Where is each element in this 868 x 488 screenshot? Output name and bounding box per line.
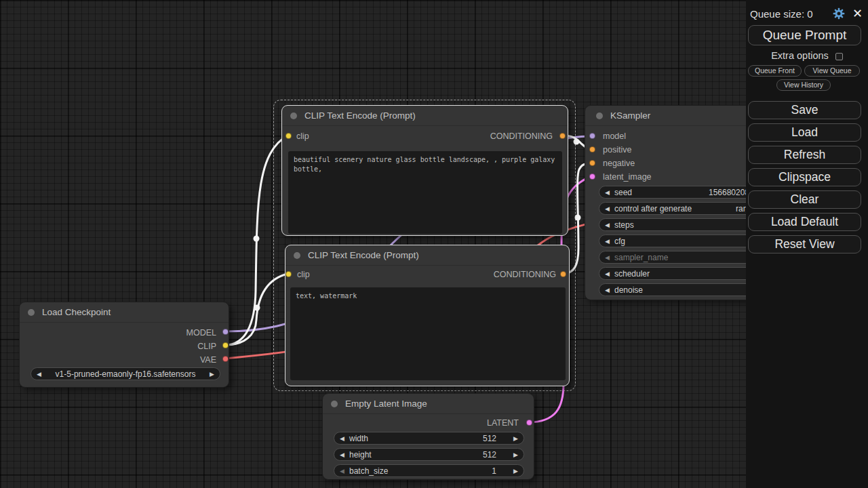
- view-history-button[interactable]: View History: [776, 79, 831, 91]
- widget-label: steps: [614, 220, 634, 230]
- increment-arrow-icon[interactable]: ▶: [513, 433, 518, 444]
- decrement-arrow-icon[interactable]: ◀: [37, 369, 41, 380]
- clipspace-button[interactable]: Clipspace: [748, 168, 861, 186]
- output-label-clip: CLIP: [197, 342, 216, 351]
- widget-label: sampler_name: [614, 253, 668, 262]
- node-load-checkpoint-header[interactable]: Load Checkpoint: [20, 302, 229, 323]
- refresh-button[interactable]: Refresh: [748, 146, 861, 164]
- widget-label: scheduler: [614, 269, 650, 279]
- port-clip-output[interactable]: [222, 342, 229, 348]
- collapse-dot-icon[interactable]: [294, 252, 300, 259]
- node-header[interactable]: CLIP Text Encode (Prompt): [282, 106, 568, 126]
- decrement-arrow-icon[interactable]: ◀: [605, 285, 610, 296]
- port-conditioning-output[interactable]: [559, 133, 566, 139]
- node-title: CLIP Text Encode (Prompt): [308, 250, 419, 260]
- node-header[interactable]: Empty Latent Image: [323, 394, 534, 414]
- decrement-arrow-icon[interactable]: ◀: [605, 236, 610, 247]
- collapse-dot-icon[interactable]: [596, 113, 603, 119]
- port-model-input[interactable]: [589, 133, 595, 139]
- increment-arrow-icon[interactable]: ▶: [513, 466, 518, 476]
- decrement-arrow-icon[interactable]: ◀: [340, 466, 344, 476]
- output-label-conditioning: CONDITIONING: [490, 131, 553, 141]
- decrement-arrow-icon[interactable]: ◀: [605, 203, 610, 214]
- node-title: Empty Latent Image: [345, 399, 427, 409]
- extra-options-label: Extra options: [771, 50, 829, 61]
- increment-arrow-icon[interactable]: ▶: [513, 449, 518, 460]
- port-vae-output[interactable]: [222, 356, 229, 362]
- port-negative-input[interactable]: [589, 160, 595, 166]
- port-conditioning-output[interactable]: [560, 271, 566, 277]
- queue-prompt-button[interactable]: Queue Prompt: [748, 25, 861, 45]
- output-label-conditioning: CONDITIONING: [494, 270, 556, 279]
- widget-value: 512: [483, 450, 496, 460]
- node-load-checkpoint[interactable]: Load Checkpoint MODEL CLIP VAE ◀ v1-5-pr…: [19, 302, 229, 388]
- input-label-positive: positive: [603, 145, 631, 155]
- batch-size-widget[interactable]: ◀ batch_size 1 ▶: [334, 464, 524, 477]
- clear-button[interactable]: Clear: [748, 190, 861, 209]
- increment-arrow-icon[interactable]: ▶: [210, 369, 214, 380]
- node-clip-text-encode-positive[interactable]: CLIP Text Encode (Prompt) clip CONDITION…: [281, 105, 568, 236]
- extra-options-checkbox[interactable]: [835, 53, 843, 60]
- decrement-arrow-icon[interactable]: ◀: [605, 252, 610, 263]
- decrement-arrow-icon[interactable]: ◀: [605, 268, 610, 279]
- view-queue-button[interactable]: View Queue: [804, 65, 860, 77]
- settings-gear-icon[interactable]: [832, 7, 846, 20]
- decrement-arrow-icon[interactable]: ◀: [340, 433, 344, 444]
- port-clip-input[interactable]: [285, 133, 292, 139]
- port-latent-image-input[interactable]: [589, 174, 595, 180]
- ckpt-name-widget[interactable]: ◀ v1-5-pruned-emaonly-fp16.safetensors ▶: [31, 367, 220, 380]
- node-clip-text-encode-negative[interactable]: CLIP Text Encode (Prompt) clip CONDITION…: [285, 245, 570, 386]
- ckpt-name-value: v1-5-pruned-emaonly-fp16.safetensors: [47, 369, 203, 379]
- decrement-arrow-icon[interactable]: ◀: [340, 449, 344, 460]
- queue-size-label: Queue size: 0: [749, 8, 832, 20]
- widget-label: width: [349, 434, 368, 443]
- decrement-arrow-icon[interactable]: ◀: [605, 220, 610, 230]
- input-label-clip: clip: [296, 131, 309, 141]
- output-label-model: MODEL: [186, 328, 216, 338]
- widget-label: seed: [614, 188, 632, 197]
- widget-label: batch_size: [349, 466, 388, 476]
- node-title: CLIP Text Encode (Prompt): [304, 110, 416, 121]
- input-label-negative: negative: [603, 159, 635, 168]
- width-widget[interactable]: ◀ width 512 ▶: [334, 432, 524, 445]
- collapse-dot-icon[interactable]: [331, 401, 338, 407]
- extra-options-row: Extra options: [746, 50, 868, 61]
- widget-label: cfg: [614, 237, 625, 246]
- node-empty-latent-image[interactable]: Empty Latent Image LATENT ◀ width 512 ▶ …: [322, 393, 534, 480]
- widget-label: height: [349, 450, 372, 460]
- queue-front-button[interactable]: Queue Front: [748, 65, 802, 77]
- prompt-text-area[interactable]: beautiful scenery nature glass bottle la…: [288, 151, 562, 234]
- output-label-vae: VAE: [200, 355, 216, 365]
- port-model-output[interactable]: [222, 329, 229, 335]
- decrement-arrow-icon[interactable]: ◀: [605, 187, 610, 198]
- prompt-text-area[interactable]: text, watermark: [290, 287, 566, 380]
- load-button[interactable]: Load: [748, 123, 861, 142]
- port-clip-input[interactable]: [285, 271, 292, 277]
- widget-label: denoise: [614, 285, 643, 295]
- port-positive-input[interactable]: [589, 146, 595, 152]
- height-widget[interactable]: ◀ height 512 ▶: [334, 448, 524, 461]
- close-icon[interactable]: ✕: [852, 7, 863, 20]
- input-label-latent-image: latent_image: [603, 172, 652, 182]
- collapse-dot-icon[interactable]: [28, 309, 35, 316]
- node-title: KSampler: [610, 110, 650, 121]
- node-header[interactable]: CLIP Text Encode (Prompt): [285, 245, 569, 266]
- load-default-button[interactable]: Load Default: [748, 213, 861, 231]
- port-latent-output[interactable]: [526, 420, 532, 426]
- input-label-clip: clip: [297, 270, 310, 279]
- output-label-latent: LATENT: [487, 418, 519, 428]
- widget-value: 512: [483, 434, 496, 443]
- node-title: Load Checkpoint: [42, 307, 111, 317]
- widget-value: 1: [492, 466, 496, 476]
- reset-view-button[interactable]: Reset View: [748, 235, 861, 253]
- input-label-model: model: [603, 131, 626, 141]
- widget-label: control after generate: [614, 204, 692, 214]
- save-button[interactable]: Save: [748, 101, 861, 119]
- collapse-dot-icon[interactable]: [290, 113, 297, 119]
- menu-panel: Queue size: 0 ✕ Queue Prompt Extra optio…: [746, 0, 868, 488]
